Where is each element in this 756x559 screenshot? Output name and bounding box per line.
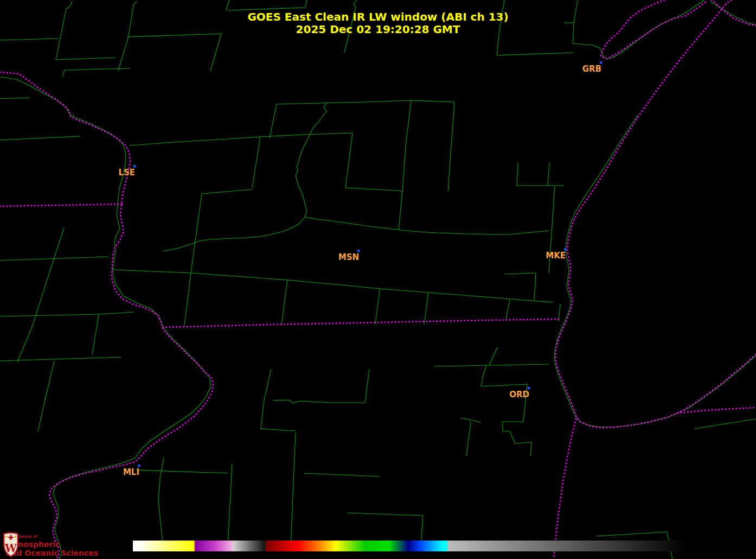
logo-text: Department of Atmospheric and Oceanic Sc… (6, 531, 98, 557)
ir-enhancement-colorbar (133, 541, 687, 551)
station-dot-icon (133, 165, 136, 168)
station-dot-icon (357, 250, 360, 252)
station-dot-icon (600, 61, 603, 64)
state-boundaries (0, 0, 756, 559)
station-marker-mke: MKE (546, 248, 566, 261)
county-boundaries (0, 0, 756, 559)
station-marker-lse: LSE (118, 165, 136, 177)
station-marker-mli: MLI (123, 465, 140, 477)
uw-aos-logo: W Department of Atmospheric and Oceanic … (3, 531, 98, 557)
station-label: MSN (338, 252, 359, 262)
weather-map: GRBLSEMSNMKEORDMLI (0, 0, 756, 559)
station-dot-icon (138, 465, 140, 467)
logo-dept-line: Department of (6, 535, 98, 539)
image-title: GOES East Clean IR LW window (ABI ch 13)… (0, 11, 756, 36)
station-label: LSE (118, 168, 135, 177)
satellite-image-viewport: GRBLSEMSNMKEORDMLI GOES East Clean IR LW… (0, 0, 756, 559)
station-marker-grb: GRB (582, 61, 603, 74)
station-label: MLI (123, 467, 139, 477)
station-dot-icon (528, 387, 530, 390)
station-markers: GRBLSEMSNMKEORDMLI (118, 61, 602, 477)
station-label: GRB (582, 64, 601, 74)
station-label: MKE (546, 251, 566, 261)
station-dot-icon (564, 248, 567, 251)
logo-name-line2: and Oceanic Sciences (6, 549, 98, 557)
station-label: ORD (509, 390, 529, 399)
station-marker-msn: MSN (338, 250, 360, 262)
title-line2: 2025 Dec 02 19:20:28 GMT (0, 23, 756, 36)
uw-crest-icon: W (3, 531, 19, 557)
logo-name-line1: Atmospheric (6, 541, 98, 548)
station-marker-ord: ORD (509, 387, 530, 399)
svg-text:W: W (4, 542, 17, 555)
title-line1: GOES East Clean IR LW window (ABI ch 13) (0, 11, 756, 23)
